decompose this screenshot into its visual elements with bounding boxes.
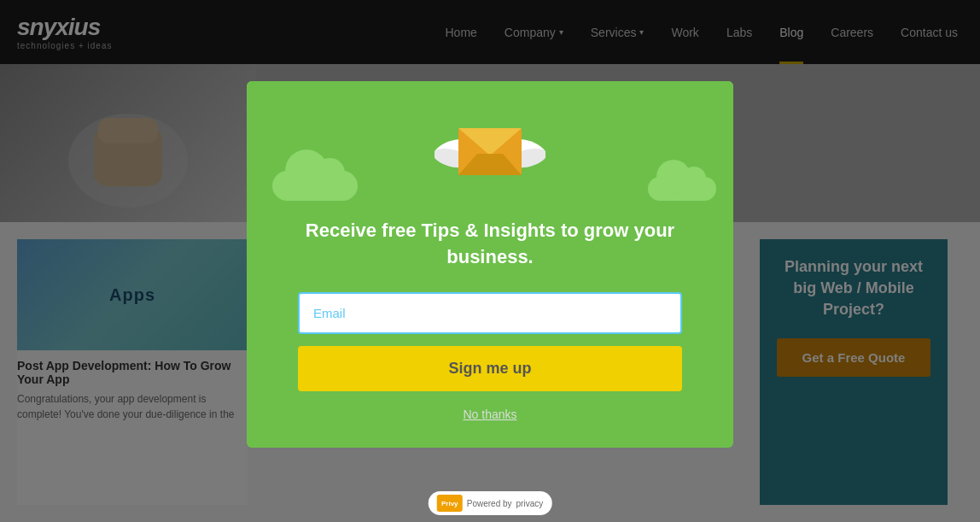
modal-body: Receive free Tips & Insights to grow you… bbox=[247, 218, 733, 422]
privy-badge: Privy Powered by privacy bbox=[429, 491, 552, 515]
cloud-right-decoration bbox=[648, 177, 716, 201]
email-signup-modal: × Receive free Tips & Insig bbox=[247, 81, 733, 448]
modal-header bbox=[247, 81, 733, 218]
privy-logo: Privy bbox=[437, 495, 463, 512]
envelope-illustration bbox=[435, 103, 545, 200]
privy-privacy-label: privacy bbox=[516, 499, 544, 508]
modal-title: Receive free Tips & Insights to grow you… bbox=[298, 218, 682, 271]
no-thanks-link[interactable]: No thanks bbox=[463, 408, 516, 421]
cloud-left-decoration bbox=[272, 171, 358, 201]
signup-button[interactable]: Sign me up bbox=[298, 346, 682, 391]
email-input[interactable] bbox=[298, 292, 682, 334]
envelope-svg bbox=[435, 103, 545, 196]
privy-powered-label: Powered by bbox=[467, 499, 512, 508]
